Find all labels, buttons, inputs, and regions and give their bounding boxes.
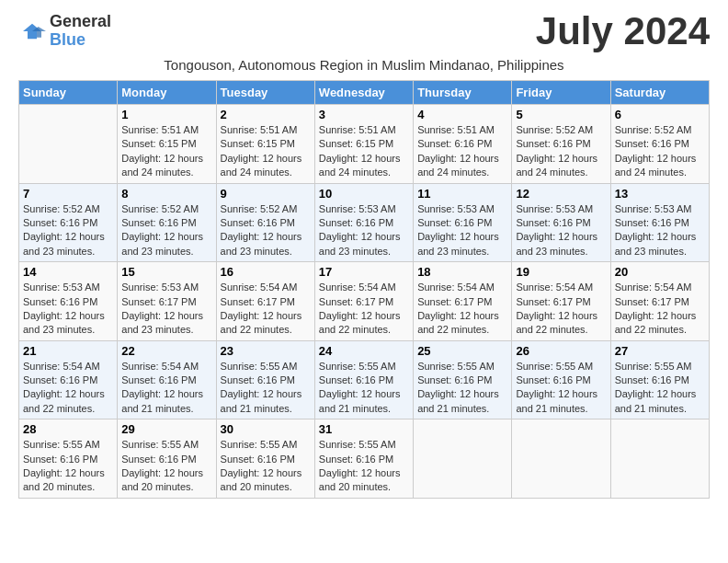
sunset-text: Sunset: 6:16 PM — [221, 374, 295, 385]
sunset-text: Sunset: 6:16 PM — [615, 374, 689, 385]
daylight-text: Daylight: 12 hours and 23 minutes. — [121, 231, 203, 256]
day-number: 21 — [23, 344, 113, 358]
sunset-text: Sunset: 6:16 PM — [23, 217, 97, 228]
day-cell: 4Sunrise: 5:51 AMSunset: 6:16 PMDaylight… — [414, 105, 512, 184]
day-number: 17 — [319, 265, 409, 279]
logo-icon — [18, 20, 46, 42]
day-number: 12 — [516, 187, 606, 201]
week-row-3: 14Sunrise: 5:53 AMSunset: 6:16 PMDayligh… — [19, 262, 710, 341]
sunrise-text: Sunrise: 5:54 AM — [319, 282, 396, 293]
sunset-text: Sunset: 6:16 PM — [516, 138, 590, 149]
sunset-text: Sunset: 6:16 PM — [121, 217, 196, 228]
sunrise-text: Sunrise: 5:55 AM — [23, 439, 100, 450]
day-cell: 15Sunrise: 5:53 AMSunset: 6:17 PMDayligh… — [118, 262, 216, 341]
day-number: 13 — [615, 187, 705, 201]
day-cell — [414, 419, 512, 499]
sunrise-text: Sunrise: 5:55 AM — [319, 361, 396, 372]
daylight-text: Daylight: 12 hours and 23 minutes. — [23, 231, 105, 256]
week-row-4: 21Sunrise: 5:54 AMSunset: 6:16 PMDayligh… — [19, 340, 710, 419]
sunrise-text: Sunrise: 5:55 AM — [221, 439, 298, 450]
day-number: 3 — [319, 108, 409, 121]
day-number: 7 — [23, 187, 113, 201]
day-number: 25 — [417, 344, 507, 358]
day-number: 28 — [23, 422, 113, 436]
day-info: Sunrise: 5:54 AMSunset: 6:17 PMDaylight:… — [319, 281, 409, 338]
daylight-text: Daylight: 12 hours and 22 minutes. — [221, 310, 302, 335]
sunrise-text: Sunrise: 5:53 AM — [23, 282, 100, 293]
day-number: 5 — [516, 108, 606, 121]
logo-text: General Blue — [50, 13, 111, 50]
day-info: Sunrise: 5:54 AMSunset: 6:16 PMDaylight:… — [23, 360, 113, 417]
sunrise-text: Sunrise: 5:53 AM — [319, 203, 396, 214]
day-cell: 16Sunrise: 5:54 AMSunset: 6:17 PMDayligh… — [216, 262, 314, 341]
day-info: Sunrise: 5:55 AMSunset: 6:16 PMDaylight:… — [615, 360, 705, 417]
sunset-text: Sunset: 6:16 PM — [319, 454, 393, 465]
daylight-text: Daylight: 12 hours and 22 minutes. — [516, 310, 597, 335]
day-info: Sunrise: 5:54 AMSunset: 6:17 PMDaylight:… — [615, 281, 705, 338]
day-cell: 24Sunrise: 5:55 AMSunset: 6:16 PMDayligh… — [314, 340, 413, 419]
header: General Blue July 2024 — [18, 9, 710, 53]
day-info: Sunrise: 5:53 AMSunset: 6:16 PMDaylight:… — [23, 281, 113, 338]
daylight-text: Daylight: 12 hours and 23 minutes. — [319, 231, 401, 256]
sunrise-text: Sunrise: 5:51 AM — [319, 124, 396, 135]
sunrise-text: Sunrise: 5:53 AM — [615, 203, 692, 214]
day-info: Sunrise: 5:53 AMSunset: 6:17 PMDaylight:… — [121, 281, 211, 338]
daylight-text: Daylight: 12 hours and 23 minutes. — [221, 231, 302, 256]
day-cell: 29Sunrise: 5:55 AMSunset: 6:16 PMDayligh… — [118, 419, 216, 499]
day-info: Sunrise: 5:51 AMSunset: 6:15 PMDaylight:… — [221, 123, 311, 180]
daylight-text: Daylight: 12 hours and 21 minutes. — [221, 388, 302, 413]
sunset-text: Sunset: 6:16 PM — [417, 374, 492, 385]
sunrise-text: Sunrise: 5:52 AM — [516, 124, 593, 135]
day-cell — [610, 419, 709, 499]
day-header-sunday: Sunday — [19, 81, 118, 105]
day-header-saturday: Saturday — [610, 81, 709, 105]
day-cell: 14Sunrise: 5:53 AMSunset: 6:16 PMDayligh… — [19, 262, 118, 341]
day-cell: 31Sunrise: 5:55 AMSunset: 6:16 PMDayligh… — [314, 419, 413, 499]
day-info: Sunrise: 5:54 AMSunset: 6:16 PMDaylight:… — [121, 360, 211, 417]
day-cell: 6Sunrise: 5:52 AMSunset: 6:16 PMDaylight… — [610, 105, 709, 184]
sunrise-text: Sunrise: 5:52 AM — [221, 203, 298, 214]
day-number: 6 — [615, 108, 705, 121]
day-cell: 23Sunrise: 5:55 AMSunset: 6:16 PMDayligh… — [216, 340, 314, 419]
day-cell: 22Sunrise: 5:54 AMSunset: 6:16 PMDayligh… — [118, 340, 216, 419]
sunset-text: Sunset: 6:17 PM — [121, 296, 196, 307]
daylight-text: Daylight: 12 hours and 22 minutes. — [615, 310, 697, 335]
day-number: 24 — [319, 344, 409, 358]
day-info: Sunrise: 5:52 AMSunset: 6:16 PMDaylight:… — [121, 202, 211, 259]
daylight-text: Daylight: 12 hours and 20 minutes. — [121, 467, 203, 492]
daylight-text: Daylight: 12 hours and 20 minutes. — [23, 467, 105, 492]
sunrise-text: Sunrise: 5:55 AM — [319, 439, 396, 450]
day-number: 16 — [221, 265, 311, 279]
day-header-tuesday: Tuesday — [216, 81, 314, 105]
sunrise-text: Sunrise: 5:55 AM — [417, 361, 495, 372]
sunset-text: Sunset: 6:16 PM — [23, 296, 97, 307]
sunrise-text: Sunrise: 5:51 AM — [221, 124, 298, 135]
sunset-text: Sunset: 6:16 PM — [221, 217, 295, 228]
day-number: 9 — [221, 187, 311, 201]
sunrise-text: Sunrise: 5:54 AM — [121, 361, 199, 372]
sunrise-text: Sunrise: 5:52 AM — [23, 203, 100, 214]
sunrise-text: Sunrise: 5:54 AM — [516, 282, 593, 293]
calendar-header-row: SundayMondayTuesdayWednesdayThursdayFrid… — [19, 81, 710, 105]
sunrise-text: Sunrise: 5:54 AM — [615, 282, 692, 293]
day-cell: 10Sunrise: 5:53 AMSunset: 6:16 PMDayligh… — [314, 183, 413, 262]
day-number: 20 — [615, 265, 705, 279]
sunset-text: Sunset: 6:16 PM — [23, 454, 97, 465]
day-info: Sunrise: 5:52 AMSunset: 6:16 PMDaylight:… — [23, 202, 113, 259]
sunrise-text: Sunrise: 5:53 AM — [516, 203, 593, 214]
day-info: Sunrise: 5:55 AMSunset: 6:16 PMDaylight:… — [417, 360, 507, 417]
day-cell: 19Sunrise: 5:54 AMSunset: 6:17 PMDayligh… — [512, 262, 610, 341]
sunset-text: Sunset: 6:16 PM — [121, 374, 196, 385]
sunset-text: Sunset: 6:15 PM — [319, 138, 393, 149]
day-cell: 26Sunrise: 5:55 AMSunset: 6:16 PMDayligh… — [512, 340, 610, 419]
daylight-text: Daylight: 12 hours and 24 minutes. — [319, 153, 401, 178]
day-info: Sunrise: 5:53 AMSunset: 6:16 PMDaylight:… — [615, 202, 705, 259]
day-cell: 13Sunrise: 5:53 AMSunset: 6:16 PMDayligh… — [610, 183, 709, 262]
day-cell: 21Sunrise: 5:54 AMSunset: 6:16 PMDayligh… — [19, 340, 118, 419]
sunset-text: Sunset: 6:16 PM — [615, 217, 689, 228]
day-info: Sunrise: 5:55 AMSunset: 6:16 PMDaylight:… — [319, 360, 409, 417]
day-number: 31 — [319, 422, 409, 436]
day-cell — [512, 419, 610, 499]
day-cell: 2Sunrise: 5:51 AMSunset: 6:15 PMDaylight… — [216, 105, 314, 184]
sunrise-text: Sunrise: 5:52 AM — [121, 203, 199, 214]
